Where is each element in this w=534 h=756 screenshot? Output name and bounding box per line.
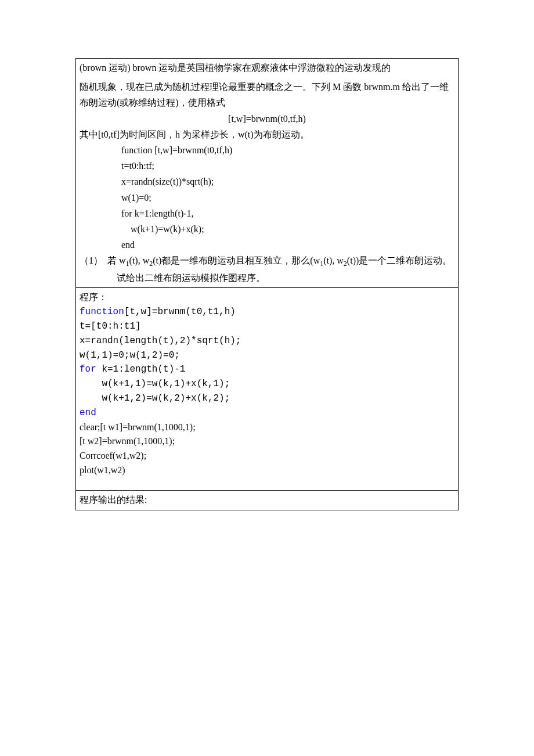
code-line-7: end [80,237,454,253]
result-title: 程序输出的结果: [80,495,147,505]
code-line-2: t=t0:h:tf; [80,158,454,174]
result-section: 程序输出的结果: [76,491,458,510]
paragraph-1b: 随机现象，现在已成为随机过程理论最重要的概念之一。下列 M 函数 brwnm.m… [80,79,454,110]
formula: [t,w]=brwnm(t0,tf,h) [80,111,454,127]
code-line-3: x=randn(size(t))*sqrt(h); [80,174,454,189]
code-line-1: function [t,w]=brwnm(t0,tf,h) [80,142,454,158]
spacer [80,478,454,488]
paragraph-2: 其中[t0,tf]为时间区间，h 为采样步长，w(t)为布朗运动。 [80,127,454,142]
script-line-4: plot(w1,w2) [80,463,454,478]
script-line-3: Corrcoef(w1,w2); [80,449,454,463]
question-label: （1） [80,255,103,265]
script-lines: clear;[t w1]=brwnm(1,1000,1); [t w2]=brw… [80,420,454,478]
script-line-1: clear;[t w1]=brwnm(1,1000,1); [80,420,454,435]
code-line-4: w(1)=0; [80,190,454,206]
script-line-2: [t w2]=brwnm(1,1000,1); [80,434,454,449]
code-line-6: w(k+1)=w(k)+x(k); [80,221,454,237]
paragraph-1a: (brown 运动) brown 运动是英国植物学家在观察液体中浮游微粒的运动发… [80,60,454,75]
keyword-for: for [80,364,96,375]
program-section: 程序： function[t,w]=brwnm(t0,t1,h) t=[t0:h… [76,288,458,491]
page: (brown 运动) brown 运动是英国植物学家在观察液体中浮游微粒的运动发… [0,0,534,756]
program-title: 程序： [80,289,454,305]
keyword-function: function [80,307,124,317]
question-1: （1） 若 w1(t), w2(t)都是一维布朗运动且相互独立，那么(w1(t)… [80,253,454,286]
problem-section: (brown 运动) brown 运动是英国植物学家在观察液体中浮游微粒的运动发… [76,59,458,288]
content-table: (brown 运动) brown 运动是英国植物学家在观察液体中浮游微粒的运动发… [75,58,459,510]
code-line-5: for k=1:length(t)-1, [80,206,454,221]
keyword-end: end [80,408,96,418]
program-code: function[t,w]=brwnm(t0,t1,h) t=[t0:h:t1]… [80,305,454,420]
